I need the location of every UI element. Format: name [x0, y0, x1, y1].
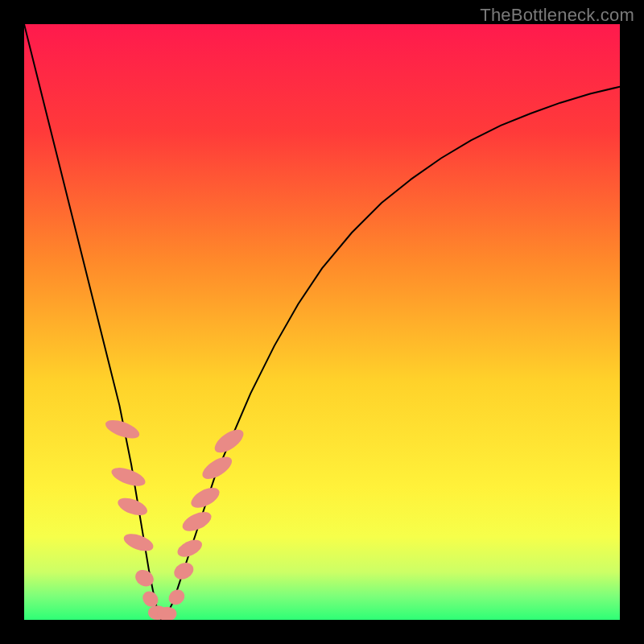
- chart-frame: TheBottleneck.com: [0, 0, 644, 644]
- curve-path: [24, 24, 620, 620]
- watermark-text: TheBottleneck.com: [480, 5, 634, 26]
- chart-svg: [24, 24, 620, 620]
- curve-marker: [211, 425, 247, 457]
- curve-marker: [175, 536, 204, 560]
- curve-marker: [199, 452, 235, 483]
- curve-marker: [116, 494, 150, 518]
- curve-marker: [109, 464, 148, 489]
- bottleneck-curve: [24, 24, 620, 620]
- curve-markers: [103, 416, 247, 620]
- curve-marker: [171, 559, 196, 583]
- plot-area: [24, 24, 620, 620]
- curve-marker: [132, 567, 156, 590]
- curve-marker: [166, 587, 188, 608]
- curve-marker: [122, 530, 155, 555]
